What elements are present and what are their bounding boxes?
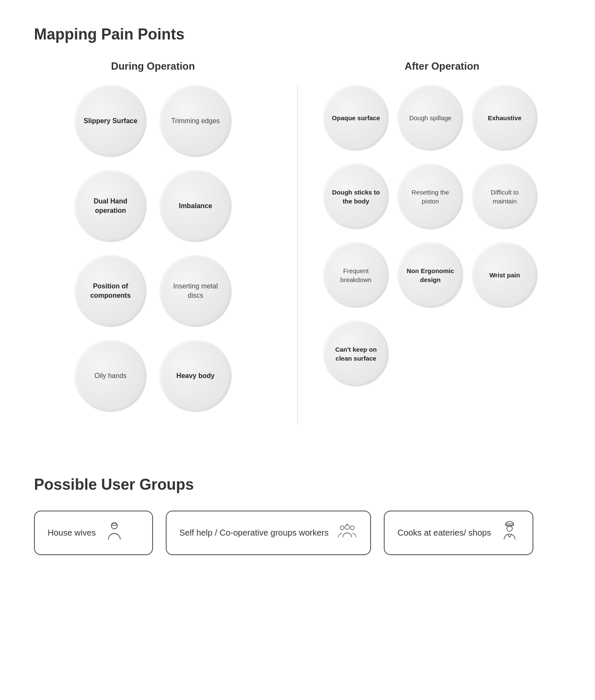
during-header: During Operation [34,60,298,72]
svg-rect-6 [506,524,513,525]
circle-label: Position of components [83,282,138,301]
circle-label: Wrist pain [489,271,520,279]
circle-label: Dough sticks to the body [331,188,381,206]
housewife-icon [104,521,125,541]
after-col: Opaque surfaceDough spillageExhaustiveDo… [298,85,561,425]
svg-point-4 [351,526,354,530]
cook-icon [499,521,520,541]
circle-label: Difficult to maintain [479,188,530,206]
user-group-label: Cooks at eateries/ shops [397,528,491,538]
pain-point-circle: Slippery Surface [74,85,147,157]
pain-point-circle: Heavy body [159,340,232,412]
circle-label: Imbalance [179,201,212,211]
pain-points-grid: Slippery SurfaceTrimming edgesDual Hand … [34,85,561,425]
after-row: Can't keep on clean surface [323,321,561,387]
circle-label: Slippery Surface [84,116,137,126]
circle-label: Can't keep on clean surface [331,345,381,363]
after-row: Frequent breakdownNon Ergonomic designWr… [323,242,561,308]
pain-point-circle-after: Difficult to maintain [472,164,538,229]
pain-point-circle-after: Non Ergonomic design [397,242,463,308]
pain-point-circle: Inserting metal discs [159,255,232,327]
user-groups-cards: House wives Self help / Co-operative gro… [34,511,561,555]
pain-point-circle-after: Dough spillage [397,85,463,151]
circle-label: Dual Hand operation [83,197,138,216]
during-row: Oily handsHeavy body [34,340,272,412]
pain-point-circle-after: Exhaustive [472,85,538,151]
housewife-icon [104,521,125,545]
after-row: Dough sticks to the bodyResetting the pi… [323,164,561,229]
svg-point-7 [507,526,513,531]
circle-label: Dough spillage [409,113,451,122]
group-icon [337,521,357,541]
after-header: After Operation [298,60,561,72]
during-row: Position of componentsInserting metal di… [34,255,272,327]
pain-point-circle-after: Wrist pain [472,242,538,308]
during-row: Slippery SurfaceTrimming edges [34,85,272,157]
pain-point-circle: Trimming edges [159,85,232,157]
circle-label: Resetting the piston [405,188,456,206]
pain-point-circle: Imbalance [159,170,232,242]
circle-label: Frequent breakdown [331,266,381,284]
circle-label: Inserting metal discs [168,282,223,301]
circle-label: Opaque surface [332,113,380,122]
user-group-label: Self help / Co-operative groups workers [179,528,329,538]
svg-point-3 [345,525,350,530]
svg-point-2 [340,526,344,530]
user-groups-section: Possible User Groups House wives Self he… [34,476,561,555]
pain-point-circle-after: Dough sticks to the body [323,164,389,229]
pain-point-circle: Dual Hand operation [74,170,147,242]
user-group-card: Cooks at eateries/ shops [384,511,533,555]
during-row: Dual Hand operationImbalance [34,170,272,242]
during-col: Slippery SurfaceTrimming edgesDual Hand … [34,85,298,425]
pain-point-circle-after: Resetting the piston [397,164,463,229]
pain-point-circle-after: Opaque surface [323,85,389,151]
circle-label: Exhaustive [488,113,521,122]
user-group-card: Self help / Co-operative groups workers [166,511,371,555]
circle-label: Oily hands [94,371,127,381]
pain-point-circle: Position of components [74,255,147,327]
pain-points-section: Mapping Pain Points During Operation Aft… [34,25,561,425]
group-icon [337,521,357,545]
user-groups-title: Possible User Groups [34,476,561,494]
columns-header: During Operation After Operation [34,60,561,72]
circle-label: Heavy body [176,371,215,381]
after-row: Opaque surfaceDough spillageExhaustive [323,85,561,151]
user-group-label: House wives [48,528,96,538]
circle-label: Non Ergonomic design [405,266,456,284]
pain-point-circle-after: Frequent breakdown [323,242,389,308]
pain-point-circle: Oily hands [74,340,147,412]
page-title: Mapping Pain Points [34,25,561,43]
pain-point-circle-after: Can't keep on clean surface [323,321,389,387]
circle-label: Trimming edges [171,116,220,126]
cook-icon [499,521,520,545]
user-group-card: House wives [34,511,153,555]
